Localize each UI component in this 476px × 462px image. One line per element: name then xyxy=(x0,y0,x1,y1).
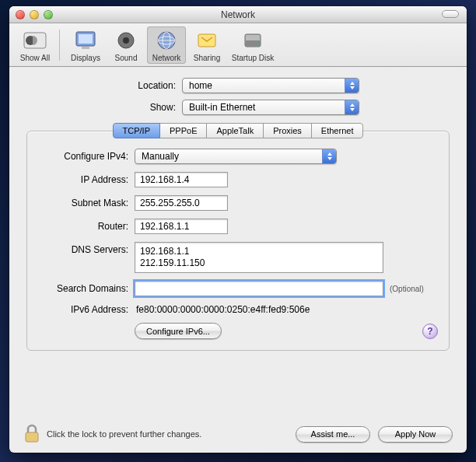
toolbar-separator xyxy=(59,30,60,61)
toolbar-sharing[interactable]: Sharing xyxy=(187,26,226,64)
svg-point-6 xyxy=(123,37,129,44)
sound-icon xyxy=(114,28,138,53)
startup-disk-icon xyxy=(240,28,265,53)
tabset: TCP/IP PPPoE AppleTalk Proxies Ethernet xyxy=(26,123,450,138)
toolbar-label: Displays xyxy=(71,54,100,62)
assist-me-button[interactable]: Assist me... xyxy=(296,426,370,443)
search-domains-field[interactable] xyxy=(135,281,383,296)
svg-rect-11 xyxy=(198,34,215,47)
svg-point-14 xyxy=(257,43,260,45)
subnet-mask-field[interactable] xyxy=(135,195,228,211)
router-label: Router: xyxy=(38,221,135,232)
svg-rect-4 xyxy=(82,47,89,49)
configure-ipv4-value: Manually xyxy=(142,151,179,162)
show-label: Show: xyxy=(26,102,182,113)
ipv6-address-label: IPv6 Address: xyxy=(38,304,135,315)
ip-address-label: IP Address: xyxy=(38,174,135,185)
toolbar-startup-disk[interactable]: Startup Disk xyxy=(228,26,278,64)
toolbar-label: Sound xyxy=(115,54,138,62)
tab-proxies[interactable]: Proxies xyxy=(263,123,312,138)
tab-ethernet[interactable]: Ethernet xyxy=(311,123,364,138)
toolbar-show-all[interactable]: Show All xyxy=(16,26,54,64)
show-all-icon xyxy=(23,28,47,53)
lock-text: Click the lock to prevent further change… xyxy=(47,429,201,439)
toolbar-sound[interactable]: Sound xyxy=(107,26,145,64)
help-button[interactable]: ? xyxy=(422,324,438,339)
search-domains-label: Search Domains: xyxy=(38,283,135,294)
dns-servers-field[interactable] xyxy=(135,242,383,273)
configure-ipv6-button[interactable]: Configure IPv6... xyxy=(135,323,222,339)
chevron-updown-icon xyxy=(345,100,359,114)
configure-ipv4-popup[interactable]: Manually xyxy=(135,149,337,164)
tcpip-panel: Configure IPv4: Manually IP Address: Sub… xyxy=(26,131,450,351)
tab-appletalk[interactable]: AppleTalk xyxy=(206,123,264,138)
network-prefpane-window: Network Show All Displays Sound xyxy=(9,6,467,453)
apply-now-button[interactable]: Apply Now xyxy=(378,426,453,443)
titlebar: Network xyxy=(9,6,467,23)
lock-area[interactable]: Click the lock to prevent further change… xyxy=(23,423,288,445)
toolbar-label: Sharing xyxy=(194,54,220,62)
svg-rect-15 xyxy=(26,432,38,442)
svg-rect-3 xyxy=(79,34,93,44)
toolbar-toggle-button[interactable] xyxy=(442,10,459,18)
tab-pppoe[interactable]: PPPoE xyxy=(159,123,207,138)
toolbar-label: Startup Disk xyxy=(232,54,274,62)
toolbar-network[interactable]: Network xyxy=(147,26,186,64)
toolbar-displays[interactable]: Displays xyxy=(66,26,105,64)
sharing-icon xyxy=(194,28,219,53)
content-area: Location: home Show: Built-in Ethernet T… xyxy=(9,67,467,357)
ipv6-address-value: fe80:0000:0000:0000:0250:e4ff:fed9:506e xyxy=(135,304,310,315)
toolbar-label: Network xyxy=(152,54,181,62)
configure-ipv4-label: Configure IPv4: xyxy=(38,151,135,162)
tab-tcpip[interactable]: TCP/IP xyxy=(113,123,160,138)
toolbar-label: Show All xyxy=(20,54,50,62)
chevron-updown-icon xyxy=(322,149,336,163)
show-popup[interactable]: Built-in Ethernet xyxy=(182,100,359,115)
optional-hint: (Optional) xyxy=(390,285,424,293)
router-field[interactable] xyxy=(135,219,228,234)
displays-icon xyxy=(73,28,98,53)
toolbar: Show All Displays Sound Network Sharing xyxy=(9,23,467,67)
location-popup[interactable]: home xyxy=(182,78,359,93)
subnet-mask-label: Subnet Mask: xyxy=(38,198,135,208)
footer: Click the lock to prevent further change… xyxy=(9,415,467,453)
location-value: home xyxy=(189,80,212,91)
chevron-updown-icon xyxy=(345,79,359,93)
ip-address-field[interactable] xyxy=(135,172,228,187)
window-title: Network xyxy=(9,9,467,20)
dns-servers-label: DNS Servers: xyxy=(38,242,135,255)
show-value: Built-in Ethernet xyxy=(189,102,255,113)
network-icon xyxy=(154,28,179,53)
lock-icon xyxy=(23,423,40,445)
location-label: Location: xyxy=(26,80,182,91)
